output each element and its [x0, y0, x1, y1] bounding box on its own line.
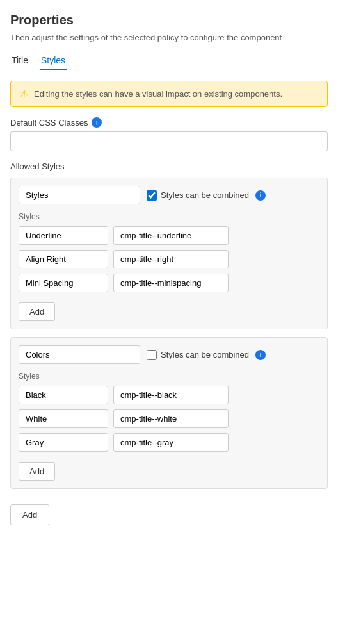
- style-row-white: [19, 409, 319, 428]
- style-class-mini-spacing[interactable]: [113, 274, 229, 292]
- sort-style-align-right-button[interactable]: [244, 257, 249, 262]
- default-css-label: Default CSS Classes: [10, 118, 88, 128]
- combine-info-icon-styles[interactable]: i: [255, 190, 266, 201]
- style-name-underline[interactable]: [19, 226, 108, 245]
- page-subtitle: Then adjust the settings of the selected…: [10, 33, 328, 42]
- combine-check-styles: Styles can be combined: [147, 190, 249, 201]
- tabs-container: Title Styles: [10, 51, 328, 70]
- delete-group-colors-button[interactable]: [272, 352, 277, 358]
- sort-group-styles-button[interactable]: [284, 193, 289, 198]
- style-name-white[interactable]: [19, 409, 108, 428]
- style-name-align-right[interactable]: [19, 250, 108, 268]
- page-title: Properties: [10, 13, 328, 28]
- delete-style-mini-spacing-button[interactable]: [234, 281, 239, 286]
- style-group-styles-header: Styles can be combined i: [19, 186, 319, 204]
- style-class-gray[interactable]: [113, 433, 229, 452]
- allowed-styles-label: Allowed Styles: [10, 161, 328, 171]
- warning-icon: ⚠: [20, 88, 29, 100]
- style-class-black[interactable]: [113, 386, 229, 404]
- sort-group-colors-button[interactable]: [284, 352, 289, 358]
- tab-styles[interactable]: Styles: [40, 51, 67, 70]
- style-group-styles: Styles can be combined i Styles: [10, 178, 328, 329]
- styles-sublabel-1: Styles: [19, 212, 319, 221]
- combine-label-styles: Styles can be combined: [161, 190, 249, 200]
- style-group-colors-header: Styles can be combined i: [19, 345, 319, 364]
- combine-checkbox-styles[interactable]: [147, 190, 157, 201]
- style-group-colors-name-input[interactable]: [19, 345, 140, 364]
- default-css-label-row: Default CSS Classes i: [10, 117, 328, 128]
- style-class-align-right[interactable]: [113, 250, 229, 268]
- style-row-underline: [19, 226, 319, 245]
- style-group-colors: Styles can be combined i Styles: [10, 337, 328, 489]
- combine-checkbox-colors[interactable]: [147, 350, 157, 360]
- delete-style-gray-button[interactable]: [234, 440, 239, 445]
- add-group-button[interactable]: Add: [10, 504, 49, 525]
- combine-info-icon-colors[interactable]: i: [255, 350, 266, 360]
- default-css-input[interactable]: [10, 131, 328, 151]
- sort-style-underline-button[interactable]: [244, 233, 249, 238]
- delete-style-align-right-button[interactable]: [234, 257, 239, 262]
- style-row-black: [19, 386, 319, 404]
- style-row-mini-spacing: [19, 274, 319, 292]
- warning-banner: ⚠ Editing the styles can have a visual i…: [10, 81, 328, 107]
- delete-style-white-button[interactable]: [234, 417, 239, 422]
- warning-text: Editing the styles can have a visual imp…: [34, 89, 282, 99]
- add-style-colors-button[interactable]: Add: [19, 462, 55, 481]
- style-class-underline[interactable]: [113, 226, 229, 245]
- delete-style-black-button[interactable]: [234, 393, 239, 398]
- style-name-mini-spacing[interactable]: [19, 274, 108, 292]
- delete-style-underline-button[interactable]: [234, 233, 239, 238]
- style-row-align-right: [19, 250, 319, 268]
- sort-style-mini-spacing-button[interactable]: [244, 281, 249, 286]
- sort-style-white-button[interactable]: [244, 417, 249, 422]
- styles-sublabel-2: Styles: [19, 372, 319, 381]
- sort-style-black-button[interactable]: [244, 393, 249, 398]
- default-css-info-icon[interactable]: i: [92, 117, 102, 128]
- add-style-styles-button[interactable]: Add: [19, 302, 55, 321]
- style-group-styles-name-input[interactable]: [19, 186, 140, 204]
- tab-title[interactable]: Title: [10, 51, 29, 70]
- combine-label-colors: Styles can be combined: [161, 350, 249, 359]
- combine-check-colors: Styles can be combined: [147, 350, 249, 360]
- delete-group-styles-button[interactable]: [272, 193, 277, 198]
- style-name-black[interactable]: [19, 386, 108, 404]
- style-class-white[interactable]: [113, 409, 229, 428]
- style-name-gray[interactable]: [19, 433, 108, 452]
- sort-style-gray-button[interactable]: [244, 440, 249, 445]
- style-row-gray: [19, 433, 319, 452]
